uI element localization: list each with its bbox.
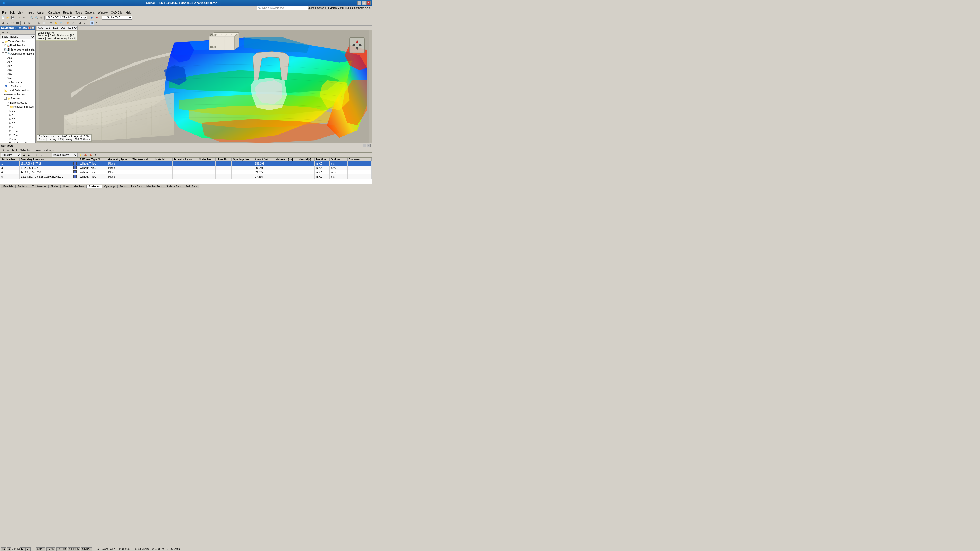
tb-stop[interactable]: ⏹: [94, 15, 99, 20]
tree-ux[interactable]: ux: [0, 56, 35, 60]
bt-add[interactable]: +: [34, 153, 39, 157]
menu-options[interactable]: Options: [83, 11, 96, 14]
table-row[interactable]: 5 1,2,14,271,70-65,28-1,269,262,66,2... …: [0, 175, 372, 179]
tree-s1p[interactable]: σ1,+: [0, 109, 35, 113]
col-geom[interactable]: Geometry Type: [107, 158, 131, 162]
table-row[interactable]: 4 4-9,268,37-58,270 Without Thick... Pla…: [0, 170, 372, 175]
col-nodes[interactable]: Nodes No.: [197, 158, 215, 162]
expander-type-results[interactable]: -: [2, 40, 4, 43]
tree-tmax[interactable]: τmax: [0, 137, 35, 141]
col-mass[interactable]: Mass M [t]: [298, 158, 315, 162]
menu-help[interactable]: Help: [124, 11, 133, 14]
tree-uy[interactable]: uy: [0, 60, 35, 64]
chk-members[interactable]: [5, 81, 7, 83]
tree-px[interactable]: φx: [0, 68, 35, 72]
col-openings[interactable]: Openings No.: [232, 158, 254, 162]
col-material[interactable]: Material: [154, 158, 172, 162]
menu-file[interactable]: File: [0, 11, 8, 14]
tree-surfaces[interactable]: - ✓ □ Surfaces: [0, 84, 35, 88]
bmenu-settings[interactable]: Settings: [44, 149, 54, 152]
menu-assign[interactable]: Assign: [35, 11, 47, 14]
bt-edit[interactable]: ✏: [39, 153, 44, 157]
tb-view2[interactable]: ⊠: [5, 21, 10, 25]
tab-surfacesets[interactable]: Surface Sets: [164, 185, 183, 188]
menu-window[interactable]: Window: [96, 11, 109, 14]
tb-rotate[interactable]: ↻: [49, 21, 53, 25]
tb-solids2[interactable]: ⬜: [41, 21, 46, 25]
chk-global-def[interactable]: [5, 52, 7, 55]
chk-surfaces[interactable]: ✓: [5, 85, 7, 87]
col-area[interactable]: Area A [m²]: [254, 158, 275, 162]
tb-grid[interactable]: ⊞: [27, 21, 32, 25]
tab-thicknesses[interactable]: Thicknesses: [30, 185, 49, 188]
bottom-struct-select[interactable]: Structure: [0, 153, 21, 157]
col-eccen[interactable]: Eccentricity No.: [172, 158, 197, 162]
tab-sections[interactable]: Sections: [16, 185, 30, 188]
tree-s1m[interactable]: σ1,-: [0, 113, 35, 117]
tree-members[interactable]: + ━ Members: [0, 80, 35, 84]
tb-zoom-window[interactable]: 🔎: [59, 21, 63, 25]
tree-py[interactable]: φy: [0, 72, 35, 76]
tab-materials[interactable]: Materials: [0, 185, 16, 188]
bmenu-selection[interactable]: Selection: [20, 149, 32, 152]
bmenu-edit[interactable]: Edit: [12, 149, 17, 152]
tab-nodes[interactable]: Nodes: [49, 185, 61, 188]
nav-close[interactable]: ✕: [32, 26, 35, 29]
nav-collapse-all[interactable]: ⊟: [5, 30, 10, 35]
tb-zoom-out[interactable]: 🔍: [34, 15, 39, 20]
tb-redo[interactable]: ↪: [22, 15, 27, 20]
menu-view[interactable]: View: [16, 11, 25, 14]
col-volume[interactable]: Volume V [m³]: [275, 158, 298, 162]
tab-solids[interactable]: Solids: [118, 185, 129, 188]
col-thickness[interactable]: Thickness No.: [131, 158, 154, 162]
tb-new[interactable]: 📄: [0, 15, 5, 20]
tab-surfaces[interactable]: Surfaces: [86, 185, 102, 188]
tb-snap[interactable]: ⊕: [22, 21, 27, 25]
search-bar[interactable]: 🔍 Type a keyword (Alt+Q): [257, 6, 308, 10]
tree-stresses[interactable]: - 📁 Stresses: [0, 97, 35, 100]
exp-principal[interactable]: -: [6, 105, 9, 108]
tree-final-results[interactable]: 📊 Final Results: [0, 43, 35, 48]
tb-pan[interactable]: ✋: [54, 21, 58, 25]
tree-type-results[interactable]: - 📁 Type of results: [0, 39, 35, 43]
tb-results-on[interactable]: R: [89, 21, 94, 25]
nav-pin[interactable]: 📌: [28, 26, 31, 29]
col-surface-no[interactable]: Surface No.: [0, 158, 20, 162]
bottom-maximize[interactable]: □: [363, 144, 366, 148]
tree-s2m2[interactable]: σ2,m: [0, 133, 35, 137]
nav-expand-all[interactable]: ⊞: [0, 30, 5, 35]
bmenu-goto[interactable]: Go To: [2, 149, 9, 152]
tab-openings[interactable]: Openings: [102, 185, 118, 188]
tab-members[interactable]: Members: [71, 185, 86, 188]
tb-zoom-all[interactable]: ⊞: [39, 15, 44, 20]
tb-members[interactable]: ━: [32, 21, 37, 25]
exp-global-def[interactable]: -: [2, 52, 4, 55]
tree-local-def[interactable]: 📐 Local Deformations: [0, 88, 35, 92]
tree-internal-forces[interactable]: ⟺ Internal Forces: [0, 92, 35, 97]
tree-basic-stresses[interactable]: ≡ Basic Stresses: [0, 100, 35, 105]
exp-members[interactable]: +: [2, 81, 4, 83]
tb-view4[interactable]: ⬛: [15, 21, 20, 25]
tab-solidsets[interactable]: Solid Sets: [183, 185, 199, 188]
maximize-button[interactable]: □: [362, 1, 366, 5]
tab-membersets[interactable]: Member Sets: [144, 185, 164, 188]
menu-calculate[interactable]: Calculate: [47, 11, 62, 14]
table-row[interactable]: 3 19-26,36-45,27 Without Thick... Plane …: [0, 166, 372, 170]
bt-prev[interactable]: ◀: [21, 153, 26, 157]
tb-deselect[interactable]: ⊟: [83, 21, 87, 25]
col-stiffness[interactable]: Stiffness Type No.: [79, 158, 107, 162]
tb-iso[interactable]: ≡: [94, 21, 99, 25]
tb-undo[interactable]: ↩: [18, 15, 22, 20]
close-button[interactable]: ✕: [366, 1, 371, 5]
tree-principal-stresses[interactable]: - 📁 Principal Stresses: [0, 105, 35, 109]
tree-tn[interactable]: τn: [0, 125, 35, 129]
menu-tools[interactable]: Tools: [74, 11, 83, 14]
tb-save[interactable]: 💾: [10, 15, 15, 20]
menu-results[interactable]: Results: [62, 11, 74, 14]
3d-view[interactable]: CO2 - LC1 + LC2 + LC3 + LC4 Loads (kN/m²…: [36, 25, 372, 143]
tree-s1m2[interactable]: σ1,m: [0, 129, 35, 133]
tree-uz[interactable]: uz: [0, 64, 35, 68]
bt-filter[interactable]: ⚡: [78, 153, 83, 157]
col-options[interactable]: Options: [329, 158, 347, 162]
tb-render[interactable]: 🎨: [65, 21, 70, 25]
